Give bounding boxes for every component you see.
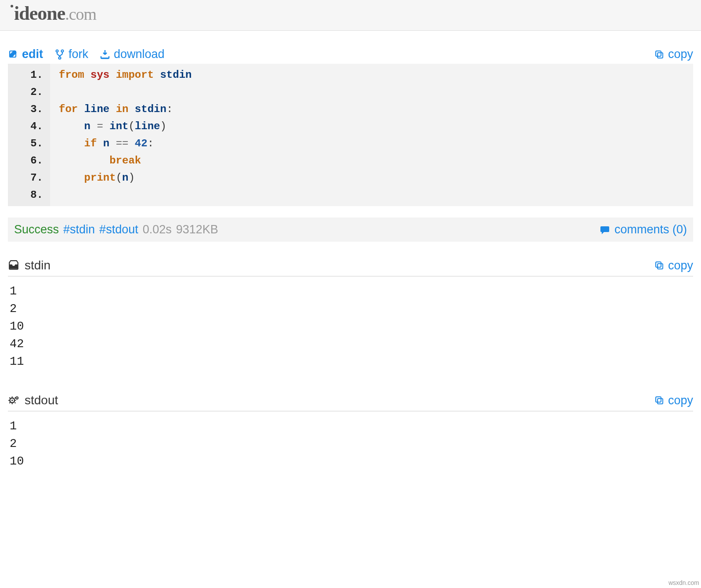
line-number: 5.: [8, 135, 46, 152]
edit-label: edit: [22, 47, 43, 61]
code-line: if n == 42:: [59, 135, 192, 152]
code-line: [59, 186, 192, 203]
toolbar-right: copy: [654, 47, 693, 61]
fork-label: fork: [69, 47, 88, 61]
svg-rect-12: [658, 399, 663, 404]
line-number: 3.: [8, 101, 46, 118]
code-line: n = int(line): [59, 118, 192, 135]
line-number: 6.: [8, 152, 46, 169]
copy-icon: [654, 395, 665, 406]
comment-icon: [600, 225, 610, 235]
logo-main: ideone: [14, 2, 65, 25]
stdout-content: 1 2 10: [8, 411, 693, 476]
status-memory: 9312KB: [176, 223, 218, 236]
svg-point-9: [11, 399, 13, 401]
logo-suffix: .com: [65, 4, 96, 24]
stdin-title: stdin: [25, 258, 51, 272]
stdin-section: stdin copy 1 2 10 42 11: [8, 258, 693, 377]
code-content[interactable]: from sys import stdin for line in stdin:…: [50, 64, 192, 206]
copy-stdout-button[interactable]: copy: [654, 394, 693, 407]
copy-label: copy: [668, 259, 693, 272]
svg-point-1: [56, 50, 58, 52]
code-line: break: [59, 152, 192, 169]
stdout-section: stdout copy 1 2 10: [8, 393, 693, 476]
stdin-content: 1 2 10 42 11: [8, 276, 693, 377]
code-toolbar: edit fork download copy: [8, 47, 693, 61]
svg-point-2: [61, 50, 64, 52]
download-label: download: [114, 47, 165, 61]
status-time: 0.02s: [143, 223, 172, 236]
line-number: 8.: [8, 186, 46, 203]
svg-rect-13: [656, 397, 661, 402]
code-line: print(n): [59, 169, 192, 186]
copy-label: copy: [668, 394, 693, 407]
copy-icon: [654, 49, 665, 60]
stdin-header: stdin copy: [8, 258, 693, 276]
toolbar-left: edit fork download: [8, 47, 165, 61]
fork-button[interactable]: fork: [54, 47, 88, 61]
stdout-link[interactable]: #stdout: [99, 223, 138, 236]
svg-rect-7: [656, 262, 661, 267]
comments-button[interactable]: comments (0): [600, 223, 687, 236]
status-success: Success: [14, 223, 59, 236]
svg-rect-6: [658, 264, 663, 269]
stdout-title: stdout: [25, 393, 58, 407]
main-content: edit fork download copy: [0, 31, 701, 476]
line-number: 4.: [8, 118, 46, 135]
code-line: [59, 83, 192, 101]
edit-button[interactable]: edit: [8, 47, 43, 61]
site-logo[interactable]: ideone .com: [10, 2, 96, 29]
status-bar: Success #stdin #stdout 0.02s 9312KB comm…: [8, 218, 693, 242]
logo-dot-icon: [11, 5, 13, 7]
gears-icon: [8, 395, 19, 406]
line-number: 2.: [8, 83, 46, 101]
svg-point-11: [17, 398, 18, 399]
copy-icon: [654, 260, 665, 271]
line-number: 1.: [8, 66, 46, 83]
copy-label: copy: [668, 47, 693, 61]
comments-label: comments (0): [614, 223, 687, 236]
download-button[interactable]: download: [100, 47, 165, 61]
copy-stdin-button[interactable]: copy: [654, 259, 693, 272]
svg-rect-4: [658, 53, 663, 58]
inbox-icon: [8, 260, 19, 271]
copy-code-button[interactable]: copy: [654, 47, 693, 61]
topbar: ideone .com: [0, 0, 701, 31]
edit-icon: [8, 49, 18, 60]
code-block: 1.2.3.4.5.6.7.8. from sys import stdin f…: [8, 64, 693, 206]
stdin-link[interactable]: #stdin: [63, 223, 95, 236]
line-number: 7.: [8, 169, 46, 186]
code-line: from sys import stdin: [59, 66, 192, 83]
svg-point-3: [59, 57, 61, 59]
svg-rect-5: [656, 51, 661, 56]
fork-icon: [54, 49, 65, 60]
code-line: for line in stdin:: [59, 101, 192, 118]
stdout-header: stdout copy: [8, 393, 693, 411]
download-icon: [100, 49, 110, 60]
line-number-gutter: 1.2.3.4.5.6.7.8.: [8, 64, 50, 206]
